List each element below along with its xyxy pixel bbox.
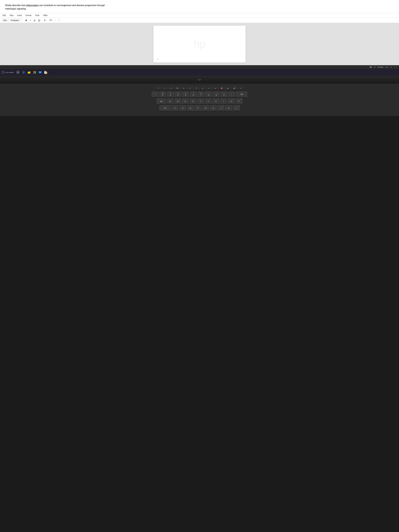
edge-browser-icon[interactable] xyxy=(21,70,26,75)
key-f7[interactable]: ⏮ xyxy=(200,86,206,90)
key-7[interactable]: & 7 xyxy=(197,91,204,97)
mail-icon[interactable] xyxy=(38,70,43,75)
superscript-button[interactable]: T2 ∨ xyxy=(48,18,54,22)
svg-point-15 xyxy=(45,72,46,73)
taskbar: e to search xyxy=(0,69,399,76)
key-backspace[interactable]: ⌫ xyxy=(236,91,247,97)
key-delete[interactable]: del xyxy=(238,86,244,90)
question-italic: disease progression through xyxy=(76,4,105,6)
key-h[interactable]: H xyxy=(210,105,217,111)
key-f6[interactable]: F6 xyxy=(193,86,199,90)
svg-rect-8 xyxy=(33,72,34,74)
taskbar-search[interactable]: e to search xyxy=(2,71,14,74)
key-1[interactable]: @ 2 xyxy=(159,91,166,97)
menu-format[interactable]: Format xyxy=(25,14,32,17)
menu-tools[interactable]: Tools xyxy=(35,14,40,17)
key-j[interactable]: J ① xyxy=(218,105,224,111)
font-color-button[interactable]: A ∨ xyxy=(37,18,42,22)
more-options-button[interactable]: ⋮ xyxy=(57,19,61,22)
key-l[interactable]: L ② xyxy=(233,105,240,111)
key-u[interactable]: U 4 xyxy=(213,98,219,104)
key-r[interactable]: R xyxy=(190,98,196,104)
windows-start-icon[interactable] xyxy=(32,70,37,75)
svg-rect-1 xyxy=(18,71,19,72)
key-p[interactable]: P 6 xyxy=(235,98,242,104)
more-status-button[interactable]: ⋮⋮ xyxy=(394,66,397,68)
qwerty-row: tab Q W E R T Y U 4 I O 5 P 6 xyxy=(1,98,398,104)
key-e[interactable]: E xyxy=(182,98,189,104)
key-i[interactable]: I xyxy=(220,98,227,104)
toolbar: 12pt ∨ Paragraph ∨ B I U A ∨ ∂ ∨ T2 ∨ xyxy=(0,18,399,23)
key-minus[interactable]: _ - xyxy=(228,91,235,97)
task-view-icon[interactable] xyxy=(16,70,20,75)
file-explorer-icon[interactable] xyxy=(27,70,32,75)
highlight-icon: ∂ xyxy=(44,19,45,21)
word-count: 0 words xyxy=(378,66,383,68)
key-f5[interactable]: F5 xyxy=(187,86,193,90)
svg-rect-6 xyxy=(33,71,34,72)
menu-insert[interactable]: Insert xyxy=(17,14,22,17)
underline-button[interactable]: U xyxy=(33,19,36,22)
keyboard-icon: ⌨ xyxy=(370,66,372,68)
expand-button[interactable]: ↗ xyxy=(390,66,392,68)
svg-rect-9 xyxy=(35,72,36,74)
key-f11[interactable]: 🔉 xyxy=(225,86,231,90)
key-esc[interactable]: esc xyxy=(155,86,161,90)
key-w[interactable]: W xyxy=(174,98,181,104)
key-q[interactable]: Q xyxy=(167,98,173,104)
key-4[interactable]: $ 4 xyxy=(175,91,181,97)
key-o[interactable]: O 5 xyxy=(228,98,235,104)
svg-rect-7 xyxy=(35,71,36,72)
key-s[interactable]: S xyxy=(179,105,186,111)
key-8[interactable]: * 8 xyxy=(205,91,212,97)
key-g[interactable]: G xyxy=(202,105,209,111)
key-f12[interactable]: 🔊 xyxy=(231,86,237,90)
key-f[interactable]: F xyxy=(195,105,202,111)
number-row: ~ ` @ 2 # 3 $ 4 % 5 ^ 6 & 7 * 8 xyxy=(1,91,398,97)
chrome-icon[interactable] xyxy=(43,70,48,75)
key-a[interactable]: A xyxy=(172,105,178,111)
key-y[interactable]: Y xyxy=(205,98,212,104)
key-f8[interactable]: ⏯ xyxy=(206,86,212,90)
paragraph-chevron: ∨ xyxy=(19,19,20,21)
key-f4[interactable]: ✱ xyxy=(181,86,187,90)
key-f2[interactable]: ☀☀ xyxy=(168,86,174,90)
document-area[interactable]: hp p xyxy=(0,23,399,65)
key-t[interactable]: T xyxy=(197,98,204,104)
code-view-button[interactable]: </> xyxy=(385,66,388,68)
fn-key-row: esc ☀ ☀☀ ⌨ ✱ F5 F6 ⏮ ⏯ ⏭ 🔇 🔉 🔊 del xyxy=(1,86,398,90)
key-3[interactable]: # 3 xyxy=(167,91,174,97)
key-tab[interactable]: tab xyxy=(157,98,166,104)
key-f9[interactable]: ⏭ xyxy=(212,86,218,90)
menu-edit[interactable]: Edit xyxy=(2,14,6,17)
status-bar: ⌨ ⓘ 0 words </> ↗ ⋮⋮ xyxy=(0,65,399,69)
paragraph-style-select[interactable]: Paragraph ∨ xyxy=(10,19,21,22)
menu-table[interactable]: Table xyxy=(43,14,48,17)
key-f10[interactable]: 🔇 xyxy=(219,86,225,90)
key-f3[interactable]: ⌨ xyxy=(174,86,180,90)
font-color-label: A xyxy=(38,19,40,21)
italic-button[interactable]: I xyxy=(29,19,32,22)
key-0[interactable]: ) 0 xyxy=(221,91,227,97)
font-size-select[interactable]: 12pt ∨ xyxy=(2,19,9,22)
svg-rect-3 xyxy=(18,72,19,74)
document-page[interactable]: hp p xyxy=(153,25,246,63)
key-tilde[interactable]: ~ ` xyxy=(152,91,158,97)
editor-container: Edit View Insert Format Tools Table 12pt… xyxy=(0,13,399,69)
key-k[interactable]: K xyxy=(225,105,232,111)
bold-button[interactable]: B xyxy=(24,19,28,22)
cursor-indicator: p xyxy=(157,58,158,60)
menu-view[interactable]: View xyxy=(9,14,14,17)
key-caps[interactable]: caps xyxy=(159,105,171,111)
highlight-button[interactable]: ∂ ∨ xyxy=(43,19,47,22)
svg-rect-4 xyxy=(28,72,30,74)
asdf-row: caps A S D F G H J ① K L ② xyxy=(1,105,398,111)
key-6[interactable]: ^ 6 xyxy=(190,91,197,97)
font-size-value: 12pt xyxy=(3,19,6,21)
question-last-line: heterotypic signaling. xyxy=(5,7,26,10)
key-9[interactable]: ( 9 xyxy=(213,91,220,97)
accessibility-icon: ⓘ xyxy=(374,66,375,68)
key-5[interactable]: % 5 xyxy=(182,91,189,97)
key-d[interactable]: D xyxy=(187,105,194,111)
key-f1[interactable]: ☀ xyxy=(162,86,168,90)
